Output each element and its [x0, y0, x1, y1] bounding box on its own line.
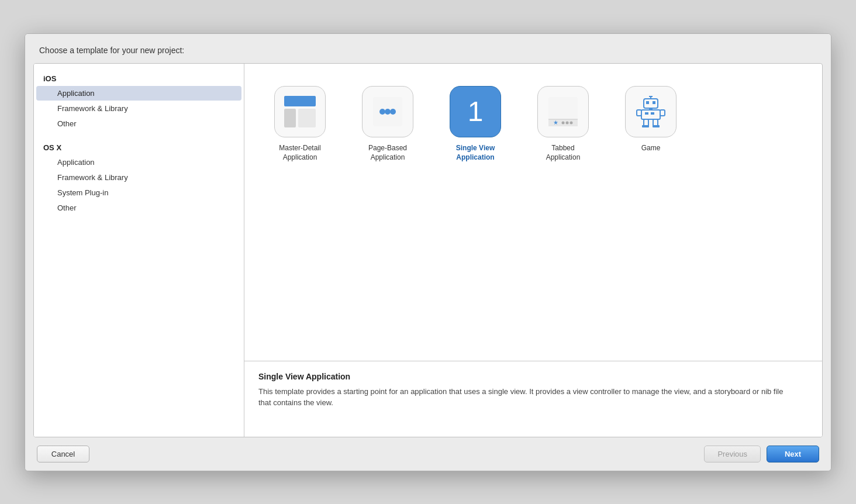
dialog-header: Choose a template for your new project: — [25, 34, 831, 63]
template-game[interactable]: Game — [613, 81, 689, 168]
dialog-title: Choose a template for your new project: — [39, 46, 184, 55]
sidebar-osx-header: OS X — [34, 139, 244, 154]
template-icon-tabbed: ★ — [537, 86, 589, 137]
templates-grid: Master-DetailApplication Page-BasedAppli… — [244, 64, 822, 361]
svg-point-13 — [570, 121, 573, 124]
footer-right-buttons: Previous Next — [704, 446, 819, 462]
sidebar-item-osx-systemplugin[interactable]: System Plug-in — [36, 185, 241, 200]
game-robot-icon — [634, 95, 667, 128]
svg-rect-2 — [298, 109, 316, 127]
svg-point-12 — [566, 121, 569, 124]
sidebar-ios-header: iOS — [34, 70, 244, 85]
master-detail-icon — [282, 94, 318, 130]
dialog-footer: Cancel Previous Next — [25, 437, 831, 471]
next-button[interactable]: Next — [767, 446, 819, 462]
description-title: Single View Application — [258, 372, 808, 381]
sidebar-item-ios-application[interactable]: Application — [36, 86, 241, 101]
content-area: Master-DetailApplication Page-BasedAppli… — [244, 64, 822, 437]
svg-point-11 — [562, 121, 565, 124]
svg-rect-16 — [653, 101, 655, 104]
description-text: This template provides a starting point … — [258, 386, 785, 409]
template-icon-master-detail — [274, 86, 326, 137]
sidebar-item-osx-application[interactable]: Application — [36, 155, 241, 170]
svg-rect-23 — [637, 110, 641, 116]
template-label-tabbed: TabbedApplication — [546, 143, 581, 163]
template-label-game: Game — [641, 143, 661, 153]
previous-button[interactable]: Previous — [704, 446, 761, 462]
template-label-single-view: Single ViewApplication — [456, 143, 495, 163]
svg-rect-15 — [646, 101, 649, 104]
svg-rect-28 — [653, 125, 660, 127]
template-label-master-detail: Master-DetailApplication — [279, 143, 320, 163]
svg-rect-14 — [644, 99, 658, 108]
sidebar: iOS Application Framework & Library Othe… — [34, 64, 244, 437]
page-based-icon — [370, 94, 406, 130]
svg-text:★: ★ — [553, 119, 558, 126]
svg-point-5 — [385, 109, 391, 115]
template-tabbed[interactable]: ★ TabbedApplication — [525, 81, 601, 168]
svg-point-4 — [379, 109, 385, 115]
svg-rect-22 — [651, 112, 654, 115]
template-master-detail[interactable]: Master-DetailApplication — [262, 81, 338, 168]
project-template-dialog: Choose a template for your new project: … — [25, 33, 831, 471]
tabbed-icon: ★ — [545, 94, 581, 130]
sidebar-item-ios-framework[interactable]: Framework & Library — [36, 101, 241, 116]
description-area: Single View Application This template pr… — [244, 361, 822, 437]
cancel-button[interactable]: Cancel — [37, 446, 89, 462]
template-page-based[interactable]: Page-BasedApplication — [350, 81, 426, 168]
svg-point-6 — [390, 109, 396, 115]
svg-rect-18 — [649, 96, 653, 97]
sidebar-item-osx-framework[interactable]: Framework & Library — [36, 170, 241, 185]
svg-rect-1 — [284, 109, 296, 127]
template-icon-page-based — [362, 86, 413, 137]
template-icon-single-view: 1 — [450, 86, 501, 137]
template-label-page-based: Page-BasedApplication — [368, 143, 407, 163]
sidebar-item-osx-other[interactable]: Other — [36, 201, 241, 215]
svg-rect-24 — [660, 110, 665, 116]
template-single-view[interactable]: 1 Single ViewApplication — [437, 81, 513, 168]
single-view-number-icon: 1 — [468, 98, 484, 126]
dialog-body: iOS Application Framework & Library Othe… — [33, 63, 823, 437]
sidebar-item-ios-other[interactable]: Other — [36, 116, 241, 131]
template-icon-game — [625, 86, 676, 137]
svg-rect-21 — [645, 112, 648, 115]
svg-rect-27 — [642, 125, 649, 127]
svg-rect-0 — [284, 96, 316, 106]
